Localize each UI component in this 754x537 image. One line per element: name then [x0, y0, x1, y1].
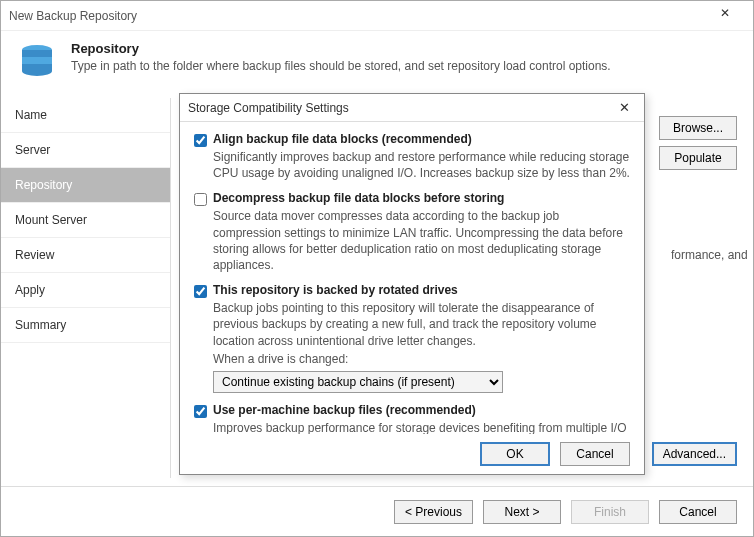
cancel-button[interactable]: Cancel [659, 500, 737, 524]
window-titlebar: New Backup Repository ✕ [1, 1, 753, 31]
finish-button: Finish [571, 500, 649, 524]
align-blocks-checkbox[interactable] [194, 134, 207, 147]
decompress-checkbox[interactable] [194, 193, 207, 206]
browse-button[interactable]: Browse... [659, 116, 737, 140]
align-blocks-label: Align backup file data blocks (recommend… [213, 132, 472, 146]
previous-button[interactable]: < Previous [394, 500, 473, 524]
drive-changed-select[interactable]: Continue existing backup chains (if pres… [213, 371, 503, 393]
dialog-cancel-button[interactable]: Cancel [560, 442, 630, 466]
dialog-ok-button[interactable]: OK [480, 442, 550, 466]
per-machine-checkbox[interactable] [194, 405, 207, 418]
window-title: New Backup Repository [9, 9, 705, 23]
repository-icon [17, 41, 57, 84]
per-machine-label: Use per-machine backup files (recommende… [213, 403, 476, 417]
rotated-drives-desc: Backup jobs pointing to this repository … [213, 300, 630, 349]
window-close-icon[interactable]: ✕ [705, 6, 745, 26]
dialog-body: Align backup file data blocks (recommend… [180, 122, 644, 434]
next-button[interactable]: Next > [483, 500, 561, 524]
sidebar-item-name[interactable]: Name [1, 98, 170, 133]
per-machine-desc: Improves backup performance for storage … [213, 420, 630, 434]
option-per-machine: Use per-machine backup files (recommende… [194, 403, 630, 434]
obscured-text: formance, and [671, 248, 748, 262]
sidebar: Name Server Repository Mount Server Revi… [1, 98, 171, 478]
option-decompress: Decompress backup file data blocks befor… [194, 191, 630, 273]
advanced-button[interactable]: Advanced... [652, 442, 737, 466]
decompress-label: Decompress backup file data blocks befor… [213, 191, 504, 205]
decompress-desc: Source data mover compresses data accord… [213, 208, 630, 273]
rotated-drives-label: This repository is backed by rotated dri… [213, 283, 458, 297]
option-rotated-drives: This repository is backed by rotated dri… [194, 283, 630, 393]
sidebar-item-apply[interactable]: Apply [1, 273, 170, 308]
align-blocks-desc: Significantly improves backup and restor… [213, 149, 630, 181]
dialog-titlebar: Storage Compatibility Settings ✕ [180, 94, 644, 122]
sidebar-item-repository[interactable]: Repository [1, 168, 170, 203]
dialog-footer: OK Cancel [180, 434, 644, 474]
header: Repository Type in path to the folder wh… [1, 31, 753, 98]
sidebar-item-summary[interactable]: Summary [1, 308, 170, 343]
storage-compatibility-dialog: Storage Compatibility Settings ✕ Align b… [179, 93, 645, 475]
dialog-title: Storage Compatibility Settings [188, 101, 612, 115]
rotated-drives-extra: When a drive is changed: [213, 351, 630, 367]
header-title: Repository [71, 41, 611, 56]
wizard-footer: < Previous Next > Finish Cancel [1, 486, 753, 536]
dialog-close-icon[interactable]: ✕ [612, 100, 636, 115]
option-align-blocks: Align backup file data blocks (recommend… [194, 132, 630, 181]
populate-button[interactable]: Populate [659, 146, 737, 170]
sidebar-item-server[interactable]: Server [1, 133, 170, 168]
rotated-drives-checkbox[interactable] [194, 285, 207, 298]
header-subtitle: Type in path to the folder where backup … [71, 59, 611, 73]
sidebar-item-review[interactable]: Review [1, 238, 170, 273]
sidebar-item-mount-server[interactable]: Mount Server [1, 203, 170, 238]
